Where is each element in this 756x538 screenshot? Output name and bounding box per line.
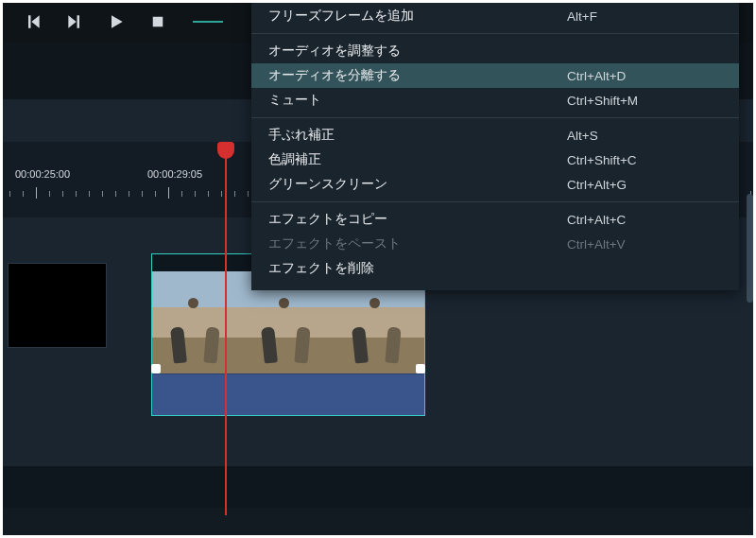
menu-item-label: グリーンスクリーン xyxy=(268,176,567,193)
play-button[interactable] xyxy=(106,11,127,32)
menu-item-copy-effects[interactable]: エフェクトをコピー Ctrl+Alt+C xyxy=(251,207,739,232)
menu-item-shortcut: Ctrl+Alt+C xyxy=(567,213,718,227)
context-menu: フリーズフレームを追加 Alt+F オーディオを調整する オーディオを分離する … xyxy=(251,0,739,290)
menu-item-label: フリーズフレームを追加 xyxy=(268,8,567,25)
menu-item-detach-audio[interactable]: オーディオを分離する Ctrl+Alt+D xyxy=(251,63,739,88)
clip-black[interactable] xyxy=(8,263,107,348)
menu-item-mute[interactable]: ミュート Ctrl+Shift+M xyxy=(251,88,739,113)
ruler-timecode: 00:00:25:00 xyxy=(15,168,70,180)
menu-item-shortcut: Alt+S xyxy=(567,129,718,143)
menu-item-shortcut: Ctrl+Alt+G xyxy=(567,178,718,192)
menu-item-freeze-frame[interactable]: フリーズフレームを追加 Alt+F xyxy=(251,4,739,28)
menu-separator xyxy=(251,201,739,202)
clip-audio-lane[interactable] xyxy=(152,373,424,415)
menu-item-label: 手ぶれ補正 xyxy=(268,127,567,144)
svg-rect-0 xyxy=(153,16,163,26)
menu-separator xyxy=(251,33,739,34)
menu-item-paste-effects: エフェクトをペースト Ctrl+Alt+V xyxy=(251,232,739,256)
menu-item-shortcut: Ctrl+Alt+V xyxy=(567,237,718,252)
menu-item-delete-effects[interactable]: エフェクトを削除 xyxy=(251,256,739,281)
menu-item-shortcut: Ctrl+Alt+D xyxy=(567,69,718,83)
menu-item-label: エフェクトを削除 xyxy=(268,260,567,277)
menu-item-label: オーディオを調整する xyxy=(268,43,567,60)
menu-item-green-screen[interactable]: グリーンスクリーン Ctrl+Alt+G xyxy=(251,172,739,197)
menu-item-adjust-audio[interactable]: オーディオを調整する xyxy=(251,39,739,63)
menu-separator xyxy=(251,117,739,118)
menu-item-shortcut: Ctrl+Shift+C xyxy=(567,153,718,167)
menu-item-shortcut: Ctrl+Shift+M xyxy=(567,94,718,108)
clip-trim-handle-left[interactable] xyxy=(151,364,161,373)
menu-item-label: ミュート xyxy=(268,92,567,109)
menu-item-label: エフェクトをペースト xyxy=(268,235,567,252)
menu-item-label: 色調補正 xyxy=(268,151,567,168)
scrollbar-thumb[interactable] xyxy=(747,194,753,303)
next-frame-button[interactable] xyxy=(64,11,85,32)
menu-item-color-correction[interactable]: 色調補正 Ctrl+Shift+C xyxy=(251,148,739,172)
prev-frame-button[interactable] xyxy=(23,11,43,32)
accent-dash xyxy=(193,21,223,23)
clip-trim-handle-right[interactable] xyxy=(416,364,425,373)
playhead[interactable] xyxy=(225,144,227,515)
menu-item-shortcut: Alt+F xyxy=(567,9,718,24)
menu-item-label: エフェクトをコピー xyxy=(268,211,567,228)
stop-button[interactable] xyxy=(147,11,168,32)
playhead-cap[interactable] xyxy=(217,142,234,159)
menu-item-label: オーディオを分離する xyxy=(268,67,567,84)
timeline-bottom-bar xyxy=(0,508,756,538)
vertical-scrollbar[interactable] xyxy=(747,123,753,501)
ruler-timecode: 00:00:29:05 xyxy=(147,168,202,180)
menu-item-stabilize[interactable]: 手ぶれ補正 Alt+S xyxy=(251,123,739,148)
timeline-lower-strip xyxy=(0,466,756,508)
